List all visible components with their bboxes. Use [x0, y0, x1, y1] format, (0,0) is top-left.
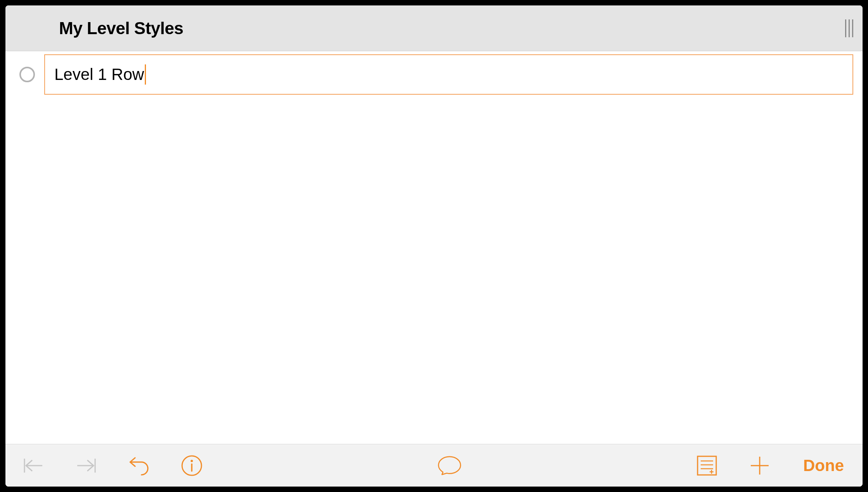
info-button[interactable] — [179, 453, 204, 478]
drag-handle-icon[interactable] — [845, 19, 853, 37]
note-icon — [437, 454, 462, 477]
done-button[interactable]: Done — [800, 456, 847, 475]
text-cursor — [145, 64, 146, 85]
bottom-toolbar: Done — [5, 444, 863, 487]
toolbar-center-group — [204, 453, 694, 478]
info-icon — [181, 455, 203, 476]
outdent-icon — [22, 457, 45, 474]
column-header: My Level Styles — [5, 5, 863, 51]
indent-icon — [75, 457, 97, 474]
document-title: My Level Styles — [59, 19, 183, 38]
row-text-input[interactable]: Level 1 Row — [44, 54, 853, 95]
outline-row[interactable]: Level 1 Row — [15, 54, 853, 95]
indent-button[interactable] — [74, 453, 99, 478]
row-text: Level 1 Row — [54, 65, 144, 84]
list-icon — [696, 455, 717, 476]
add-icon — [749, 455, 770, 476]
list-button[interactable] — [694, 453, 719, 478]
app-frame: My Level Styles Level 1 Row — [5, 5, 863, 487]
undo-button[interactable] — [127, 453, 151, 478]
svg-point-5 — [191, 460, 193, 462]
toolbar-right-group: Done — [694, 453, 847, 478]
toolbar-left-group — [21, 453, 204, 478]
status-circle-icon[interactable] — [19, 67, 35, 82]
note-button[interactable] — [437, 453, 462, 478]
add-button[interactable] — [747, 453, 772, 478]
outdent-button[interactable] — [21, 453, 46, 478]
outline-content[interactable]: Level 1 Row — [5, 51, 863, 444]
undo-icon — [127, 456, 151, 476]
